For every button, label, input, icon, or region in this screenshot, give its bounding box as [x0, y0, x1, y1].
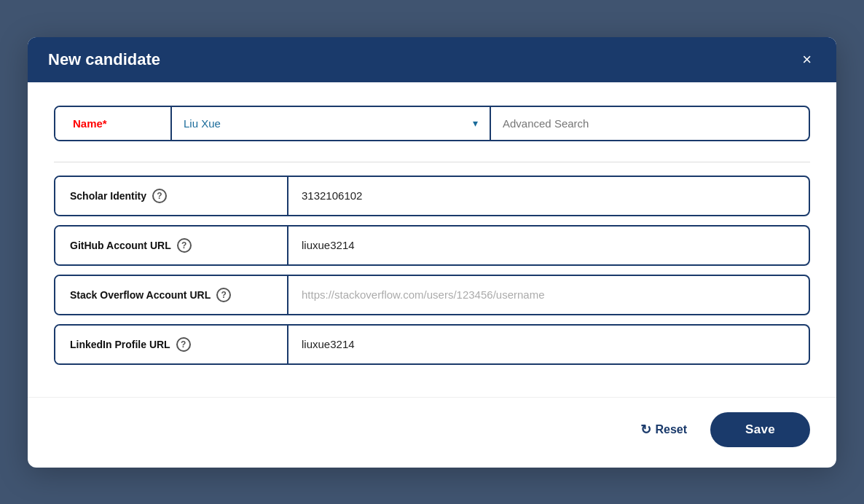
name-label: Name* [55, 107, 172, 140]
field-label-github-account-url: GitHub Account URL ? [55, 227, 288, 264]
advanced-search-input[interactable] [491, 107, 809, 140]
chevron-down-icon: ▾ [473, 117, 478, 129]
field-label-linkedin-profile-url: LinkedIn Profile URL ? [55, 326, 288, 363]
name-select-wrapper[interactable]: Liu Xue ▾ [172, 107, 491, 140]
field-row-scholar-identity: Scholar Identity ? [54, 176, 810, 216]
modal-header: New candidate × [28, 37, 836, 82]
field-row-stack-overflow-account-url: Stack Overflow Account URL ? [54, 275, 810, 315]
field-input-linkedin-profile-url[interactable] [288, 326, 809, 362]
field-label-stack-overflow-account-url: Stack Overflow Account URL ? [55, 276, 288, 314]
field-input-scholar-identity[interactable] [288, 178, 809, 213]
modal-body: Name* Liu Xue ▾ Scholar Identity ? GitHu… [28, 82, 836, 394]
help-icon-github-account-url[interactable]: ? [177, 238, 192, 253]
label-text-linkedin-profile-url: LinkedIn Profile URL [70, 339, 170, 350]
field-row-github-account-url: GitHub Account URL ? [54, 225, 810, 266]
modal-title: New candidate [48, 50, 160, 69]
label-text-stack-overflow-account-url: Stack Overflow Account URL [70, 289, 211, 301]
divider [54, 162, 810, 162]
close-button[interactable]: × [798, 50, 816, 69]
name-field-row: Name* Liu Xue ▾ [54, 106, 810, 141]
label-text-scholar-identity: Scholar Identity [70, 190, 146, 202]
reset-button[interactable]: ↻ Reset [629, 414, 699, 445]
reset-label: Reset [656, 423, 688, 436]
new-candidate-modal: New candidate × Name* Liu Xue ▾ Scholar … [28, 37, 836, 468]
save-button[interactable]: Save [710, 412, 810, 447]
fields-container: Scholar Identity ? GitHub Account URL ? … [54, 176, 810, 365]
help-icon-stack-overflow-account-url[interactable]: ? [216, 288, 231, 302]
help-icon-linkedin-profile-url[interactable]: ? [176, 337, 191, 352]
name-select[interactable]: Liu Xue [184, 107, 473, 140]
field-row-linkedin-profile-url: LinkedIn Profile URL ? [54, 324, 810, 365]
reset-icon: ↻ [640, 422, 651, 438]
field-input-github-account-url[interactable] [288, 227, 809, 263]
label-text-github-account-url: GitHub Account URL [70, 240, 171, 251]
modal-footer: ↻ Reset Save [28, 397, 836, 468]
help-icon-scholar-identity[interactable]: ? [152, 189, 167, 203]
field-label-scholar-identity: Scholar Identity ? [55, 177, 288, 215]
required-marker: * [103, 117, 107, 130]
field-input-stack-overflow-account-url[interactable] [288, 277, 809, 312]
